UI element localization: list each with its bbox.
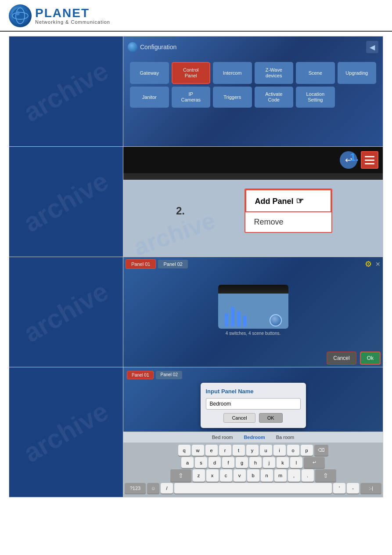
key-enter[interactable]: ↵ [304, 457, 325, 468]
key-a[interactable]: a [181, 457, 194, 468]
instruction-row-2: archive 1. ↩ 2. Add Panel [9, 147, 383, 257]
menu-button[interactable] [361, 151, 378, 169]
svg-point-3 [15, 11, 20, 15]
suggestion-3[interactable]: Ba room [274, 434, 297, 441]
key-b[interactable]: b [247, 469, 259, 482]
slider-4 [243, 316, 247, 326]
menu-line-2 [365, 160, 374, 161]
config-btn-janitor[interactable]: Janitor [130, 87, 169, 108]
config-btn-scene[interactable]: Scene [296, 62, 335, 84]
svg-point-0 [12, 8, 28, 24]
panel-preview-image [218, 285, 288, 329]
panel-tabs-bar: Panel 01 Panel 02 ⚙ ✕ [126, 259, 381, 269]
key-i[interactable]: i [273, 445, 286, 456]
config-btn-upgrading[interactable]: Upgrading [338, 62, 377, 84]
key-p[interactable]: p [301, 445, 313, 456]
watermark-1: archive [18, 55, 114, 128]
key-space[interactable] [174, 483, 332, 493]
key-r[interactable]: r [219, 445, 231, 456]
s4-panel-tab-1[interactable]: Panel 01 [127, 371, 154, 379]
key-w[interactable]: w [192, 445, 204, 456]
key-e[interactable]: e [205, 445, 218, 456]
screenshot-2-panel: 1. ↩ 2. Add Panel ☞ [123, 147, 383, 257]
key-emoticon[interactable]: :-| [360, 483, 381, 493]
key-o[interactable]: o [287, 445, 299, 456]
panel-ok-button[interactable]: Ok [360, 352, 381, 365]
key-slash[interactable]: / [161, 483, 173, 493]
key-period[interactable]: . [302, 469, 314, 482]
key-d[interactable]: d [209, 457, 221, 468]
menu-line-1 [365, 156, 374, 157]
input-panel-dialog: Input Panel Name Cancel OK [201, 383, 306, 428]
key-h[interactable]: h [249, 457, 262, 468]
key-x[interactable]: x [206, 469, 219, 482]
config-btn-activate-code[interactable]: ActivateCode [255, 87, 294, 108]
key-shift-left[interactable]: ⇧ [170, 469, 191, 482]
key-k[interactable]: k [277, 457, 289, 468]
key-c[interactable]: c [220, 469, 232, 482]
left-panel-4: archive [9, 367, 123, 497]
config-btn-triggers[interactable]: Triggers [213, 87, 252, 108]
dialog-cancel-button[interactable]: Cancel [223, 413, 255, 423]
panel-01-tab[interactable]: Panel 01 [126, 259, 156, 269]
config-btn-zwave[interactable]: Z-Wavedevices [255, 62, 294, 84]
key-l[interactable]: l [290, 457, 302, 468]
key-v[interactable]: v [234, 469, 246, 482]
key-n[interactable]: n [261, 469, 273, 482]
panel-cancel-button[interactable]: Cancel [327, 352, 356, 365]
key-apostrophe[interactable]: ' [333, 483, 345, 493]
screenshot-1-panel: Configuration ◀ Gateway ControlPanel Int… [123, 36, 383, 146]
instruction-row-3: archive Panel 01 Panel 02 ⚙ ✕ [9, 257, 383, 367]
config-btn-control-panel[interactable]: ControlPanel [172, 62, 211, 84]
panel-name-input[interactable] [206, 398, 301, 410]
screenshot-3-panel: Panel 01 Panel 02 ⚙ ✕ [123, 257, 383, 367]
config-btn-intercom[interactable]: Intercom [213, 62, 252, 84]
instruction-row-4: archive Panel 01 Panel 02 Input Panel Na… [9, 367, 383, 497]
close-icon[interactable]: ✕ [375, 261, 381, 268]
suggestion-1[interactable]: Bed room [210, 434, 235, 441]
config-btn-gateway[interactable]: Gateway [130, 62, 169, 84]
remove-item[interactable]: Remove [245, 212, 331, 232]
key-j[interactable]: j [263, 457, 275, 468]
config-btn-ip-cameras[interactable]: IPCameras [172, 87, 211, 108]
key-u[interactable]: u [260, 445, 272, 456]
key-q[interactable]: q [178, 445, 191, 456]
key-m[interactable]: m [274, 469, 287, 482]
key-y[interactable]: y [246, 445, 259, 456]
suggestion-2[interactable]: Bedroom [241, 434, 267, 441]
instruction-row-1: archive Configuration ◀ Gateway ControlP… [9, 36, 383, 147]
input-panel-name-screen: Panel 01 Panel 02 Input Panel Name Cance… [123, 367, 383, 497]
key-f[interactable]: f [222, 457, 234, 468]
brand-name: PLANET [35, 7, 110, 19]
add-panel-screen: 1. ↩ 2. Add Panel ☞ [123, 147, 383, 257]
key-z[interactable]: z [193, 469, 205, 482]
key-shift-right[interactable]: ⇧ [315, 469, 336, 482]
key-t[interactable]: t [233, 445, 245, 456]
s4-panel-tab-2[interactable]: Panel 02 [156, 371, 182, 379]
panel-main-content: 4 switches, 4 scene buttons. [126, 271, 381, 349]
config-back-button[interactable]: ◀ [366, 41, 378, 53]
add-panel-item[interactable]: Add Panel ☞ [245, 189, 331, 212]
brand-tagline: Networking & Communication [35, 19, 110, 25]
keyboard-row-1: q w e r t y u i o p ⌫ [125, 445, 381, 456]
configuration-screen: Configuration ◀ Gateway ControlPanel Int… [123, 36, 383, 146]
left-panel-3: archive [9, 257, 123, 367]
watermark-4: archive [18, 396, 114, 468]
slider-2 [231, 307, 234, 326]
step-2-label: 2. [176, 205, 185, 217]
key-backspace[interactable]: ⌫ [314, 445, 328, 456]
panel-02-tab[interactable]: Panel 02 [158, 260, 187, 268]
panel-preview-area: 4 switches, 4 scene buttons. [126, 271, 381, 349]
key-s[interactable]: s [195, 457, 207, 468]
key-number-symbols[interactable]: ?123 [125, 483, 146, 493]
key-comma[interactable]: , [288, 469, 300, 482]
menu-line-3 [365, 163, 374, 164]
config-planet-icon [128, 42, 137, 52]
key-g[interactable]: g [236, 457, 248, 468]
dialog-ok-button[interactable]: OK [259, 413, 283, 423]
key-emoji[interactable]: ☺ [147, 483, 159, 493]
config-btn-location-setting[interactable]: LocationSetting [296, 87, 335, 108]
brand-text: PLANET Networking & Communication [35, 7, 110, 25]
gear-icon[interactable]: ⚙ [365, 259, 372, 269]
key-dash[interactable]: - [347, 483, 359, 493]
